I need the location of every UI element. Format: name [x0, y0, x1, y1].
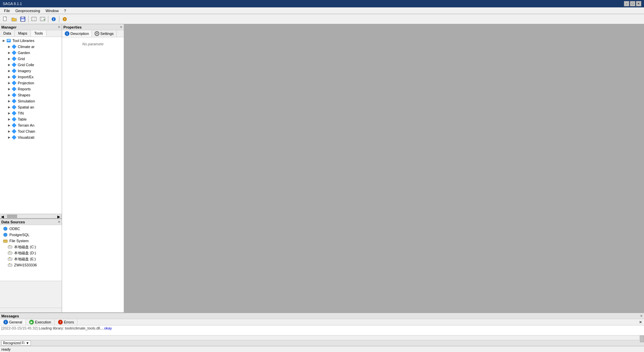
ds-item-label: PostgreSQL — [9, 233, 30, 237]
tree-item-label: TIN — [18, 111, 24, 115]
tree-item-icon — [11, 86, 17, 92]
messages-tab-execution[interactable]: ▶ Execution — [26, 319, 55, 325]
expand-icon: ▶ — [7, 75, 11, 79]
tree-item-simulation[interactable]: ▶ Simulation — [0, 98, 62, 104]
messages-footer: Recognized Fi ▼ — [0, 340, 644, 346]
dropdown-arrow-icon: ▼ — [26, 341, 29, 345]
tree-item-icon — [11, 92, 17, 98]
tree-item-visualization[interactable]: ▶ Visualizati — [0, 134, 62, 140]
scroll-left-btn[interactable]: ◀ — [1, 214, 5, 218]
messages-close-button[interactable]: ✕ — [640, 314, 643, 318]
datasources-close-button[interactable]: ✕ — [58, 220, 60, 224]
manager-tabs: Data Maps Tools — [0, 30, 62, 37]
manager-scrollbar: ◀ ▶ — [0, 214, 62, 218]
menu-help[interactable]: ? — [61, 8, 69, 13]
tree-item-label: Projection — [18, 81, 34, 85]
toolbar-save-button[interactable] — [19, 15, 27, 23]
tree-item-icon — [11, 111, 17, 116]
manager-close-button[interactable]: ✕ — [58, 25, 60, 29]
close-button[interactable]: ✕ — [636, 1, 641, 6]
scroll-right-btn[interactable]: ▶ — [57, 214, 62, 218]
recognized-files-dropdown[interactable]: Recognized Fi ▼ — [1, 341, 31, 346]
tree-item-reports[interactable]: ▶ Reports — [0, 86, 62, 92]
properties-tab-settings[interactable]: ⚙ Settings — [92, 30, 117, 37]
title-bar: SAGA 8.1.1 − □ ✕ — [0, 0, 644, 7]
manager-tab-data[interactable]: Data — [0, 30, 15, 37]
ds-item-filesystem[interactable]: File System — [0, 238, 62, 244]
tree-item-imagery[interactable]: ▶ Imagery — [0, 68, 62, 74]
horizontal-scrollbar[interactable] — [6, 214, 56, 218]
messages-tab-spacer — [77, 319, 637, 325]
ds-item-postgresql[interactable]: PostgreSQL — [0, 232, 62, 238]
log-status: okay — [104, 326, 112, 330]
menu-window[interactable]: Window — [43, 8, 61, 13]
expand-icon: ▶ — [7, 81, 11, 85]
vscrollbar-track[interactable] — [639, 336, 644, 340]
toolbar-info-button[interactable]: i — [50, 15, 58, 23]
tree-item-label: Terrain An — [18, 123, 35, 127]
manager-header: Manager ✕ — [0, 24, 62, 30]
svg-rect-3 — [21, 19, 24, 21]
menu-geoprocessing[interactable]: Geoprocessing — [13, 8, 43, 13]
tree-item-table[interactable]: ▶ Table — [0, 116, 62, 122]
toolbar-mapnew-button[interactable] — [30, 15, 38, 23]
tree-tool-libraries[interactable]: ▶ Tool Libraries — [0, 38, 62, 44]
ds-item-drive-d[interactable]: 本地磁盘 (D:) — [0, 250, 62, 256]
tree-item-spatialanalysis[interactable]: ▶ Spatial an — [0, 104, 62, 110]
minimize-button[interactable]: − — [624, 1, 629, 6]
manager-tree: ▶ Tool Libraries ▶ Climate ar ▶ Garden — [0, 37, 62, 214]
properties-tabs: i Description ⚙ Settings — [62, 30, 124, 37]
title-bar-controls: − □ ✕ — [624, 1, 641, 6]
ds-item-label: File System — [9, 239, 29, 243]
vscrollbar-thumb[interactable] — [640, 336, 644, 342]
tree-item-terrain[interactable]: ▶ Terrain An — [0, 122, 62, 128]
manager-tab-tools[interactable]: Tools — [31, 30, 47, 37]
ds-item-drive-e[interactable]: 本地磁盘 (E:) — [0, 256, 62, 262]
tree-item-climate[interactable]: ▶ Climate ar — [0, 44, 62, 50]
messages-close-x[interactable]: ✕ — [637, 319, 644, 325]
ds-item-zwh[interactable]: ZWH1533336 — [0, 262, 62, 268]
tree-item-importex[interactable]: ▶ Import/Ex — [0, 74, 62, 80]
tree-item-icon — [11, 44, 17, 49]
ds-item-drive-c[interactable]: 本地磁盘 (C:) — [0, 244, 62, 250]
tree-item-icon — [11, 104, 17, 110]
properties-close-button[interactable]: ✕ — [120, 25, 122, 29]
tree-item-label: Simulation — [18, 99, 35, 103]
ds-item-odbc[interactable]: ODBC — [0, 226, 62, 232]
expand-icon: ▶ — [7, 44, 11, 49]
datasources-scrollbar[interactable] — [0, 308, 62, 312]
tree-item-garden[interactable]: ▶ Garden — [0, 50, 62, 56]
expand-icon: ▶ — [7, 105, 11, 109]
toolbar-about-button[interactable]: ? — [61, 15, 69, 23]
messages-tab-errors[interactable]: ! Errors — [55, 319, 77, 325]
svg-rect-4 — [32, 17, 36, 21]
expand-icon: ▶ — [7, 135, 11, 140]
toolbar-open-button[interactable] — [10, 15, 18, 23]
tree-item-gridcoll[interactable]: ▶ Grid Colle — [0, 62, 62, 68]
svg-rect-21 — [8, 246, 12, 248]
toolbar-mapadd-button[interactable]: + — [39, 15, 47, 23]
manager-title: Manager — [1, 25, 16, 29]
toolbar-new-button[interactable] — [1, 15, 9, 23]
tree-item-label: Import/Ex — [18, 75, 34, 79]
manager-panel: Manager ✕ Data Maps Tools ▶ Tool Librari… — [0, 24, 62, 218]
toolbar: + i ? — [0, 14, 644, 24]
tree-item-shapes[interactable]: ▶ Shapes — [0, 92, 62, 98]
tree-item-tin[interactable]: ▶ TIN — [0, 110, 62, 116]
messages-tab-general[interactable]: i General — [0, 319, 26, 325]
dropdown-label: Recognized Fi — [3, 341, 24, 345]
messages-vscrollbar[interactable] — [0, 335, 644, 340]
maximize-button[interactable]: □ — [630, 1, 635, 6]
datasources-header: Data Sources ✕ — [0, 219, 62, 225]
manager-tab-maps[interactable]: Maps — [15, 30, 31, 37]
tree-item-label: Grid Colle — [18, 63, 34, 67]
tree-item-toolchain[interactable]: ▶ Tool Chain — [0, 128, 62, 134]
tree-item-grid[interactable]: ▶ Grid — [0, 56, 62, 62]
errors-tab-icon: ! — [58, 320, 63, 324]
expand-icon: ▶ — [7, 69, 11, 73]
svg-rect-2 — [21, 17, 24, 18]
tree-item-projection[interactable]: ▶ Projection — [0, 80, 62, 86]
properties-tab-description[interactable]: i Description — [62, 30, 92, 37]
tree-item-icon — [11, 129, 17, 134]
menu-file[interactable]: File — [1, 8, 13, 13]
